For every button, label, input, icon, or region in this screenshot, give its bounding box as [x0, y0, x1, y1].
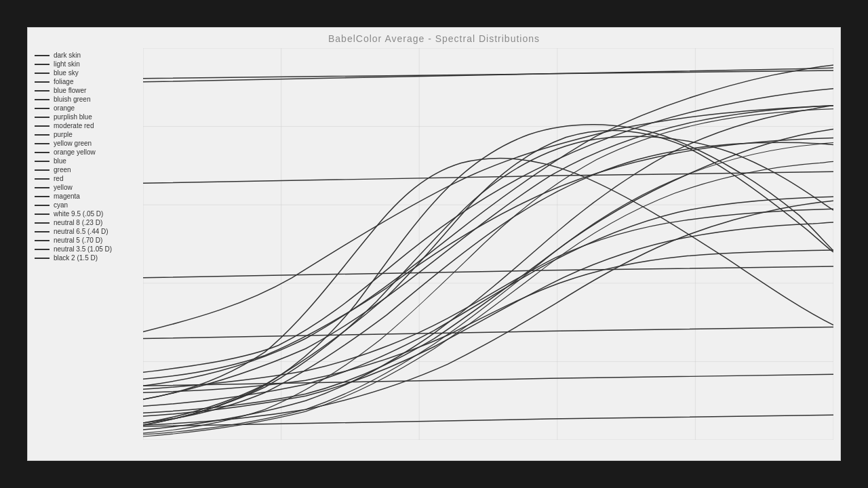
legend-label-text: neutral 5 (.70 D) — [54, 237, 102, 244]
legend-item: green — [35, 166, 112, 174]
legend-line-symbol — [35, 125, 50, 127]
legend-label-text: magenta — [54, 192, 80, 200]
legend-item: orange yellow — [35, 148, 112, 156]
legend-line-symbol — [35, 117, 50, 118]
legend-line-symbol — [35, 214, 50, 215]
legend-item: magenta — [35, 192, 112, 200]
legend-item: blue — [35, 157, 112, 165]
legend-line-symbol — [35, 161, 50, 162]
legend-line-symbol — [35, 187, 50, 188]
legend-item: neutral 8 (.23 D) — [35, 219, 112, 226]
legend-label-text: moderate red — [54, 122, 94, 129]
legend-item: neutral 6.5 (.44 D) — [35, 228, 112, 235]
legend-label-text: purple — [54, 131, 73, 138]
legend-label-text: purplish blue — [54, 113, 92, 121]
legend-item: light skin — [35, 60, 112, 68]
legend-item: purplish blue — [35, 113, 112, 121]
legend-line-symbol — [35, 64, 50, 65]
legend-label-text: blue flower — [54, 87, 86, 94]
legend-item: blue flower — [35, 87, 112, 94]
legend-label-text: green — [54, 166, 71, 174]
legend-line-symbol — [35, 196, 50, 197]
legend-line-symbol — [35, 99, 50, 100]
legend-item: cyan — [35, 201, 112, 209]
legend-item: purple — [35, 131, 112, 138]
legend-label-text: blue sky — [54, 69, 79, 77]
legend-item: yellow — [35, 184, 112, 191]
legend-label-text: dark skin — [54, 52, 81, 59]
legend-label-text: light skin — [54, 60, 80, 68]
legend-label-text: white 9.5 (.05 D) — [54, 210, 103, 218]
legend-line-symbol — [35, 178, 50, 180]
legend-label-text: yellow green — [54, 140, 92, 147]
legend-line-symbol — [35, 240, 50, 241]
legend-label-text: neutral 8 (.23 D) — [54, 219, 102, 226]
chart-container: BabelColor Average - Spectral Distributi… — [27, 27, 841, 461]
legend-item: yellow green — [35, 140, 112, 147]
legend-item: foliage — [35, 78, 112, 85]
legend-line-symbol — [35, 258, 50, 259]
legend-item: neutral 5 (.70 D) — [35, 237, 112, 244]
legend-line-symbol — [35, 134, 50, 136]
legend-label-text: bluish green — [54, 96, 90, 103]
legend-item: neutral 3.5 (1.05 D) — [35, 245, 112, 253]
legend-item: blue sky — [35, 69, 112, 77]
legend-line-symbol — [35, 55, 50, 56]
legend-line-symbol — [35, 152, 50, 153]
legend-label-text: blue — [54, 157, 66, 165]
legend-line-symbol — [35, 81, 50, 83]
legend-item: red — [35, 175, 112, 182]
legend-line-symbol — [35, 231, 50, 232]
legend-label-text: foliage — [54, 78, 73, 85]
legend-line-symbol — [35, 169, 50, 171]
legend-line-symbol — [35, 249, 50, 250]
legend-label-text: neutral 6.5 (.44 D) — [54, 228, 108, 235]
legend-line-symbol — [35, 222, 50, 224]
legend-item: moderate red — [35, 122, 112, 129]
legend-label-text: black 2 (1.5 D) — [54, 254, 98, 262]
legend-line-symbol — [35, 143, 50, 144]
legend-label-text: orange yellow — [54, 148, 96, 156]
legend-label-text: cyan — [54, 201, 68, 209]
legend-item: dark skin — [35, 52, 112, 59]
legend: dark skinlight skinblue skyfoliageblue f… — [35, 52, 112, 262]
legend-line-symbol — [35, 205, 50, 206]
legend-label-text: neutral 3.5 (1.05 D) — [54, 245, 112, 253]
legend-line-symbol — [35, 90, 50, 92]
legend-item: bluish green — [35, 96, 112, 103]
chart-title: BabelColor Average - Spectral Distributi… — [28, 33, 840, 44]
spectral-chart — [143, 48, 833, 440]
chart-area — [143, 48, 833, 440]
legend-item: black 2 (1.5 D) — [35, 254, 112, 262]
legend-label-text: yellow — [54, 184, 73, 191]
legend-line-symbol — [35, 73, 50, 74]
legend-label-text: red — [54, 175, 63, 182]
legend-item: orange — [35, 104, 112, 112]
legend-item: white 9.5 (.05 D) — [35, 210, 112, 218]
legend-label-text: orange — [54, 104, 75, 112]
legend-line-symbol — [35, 108, 50, 109]
